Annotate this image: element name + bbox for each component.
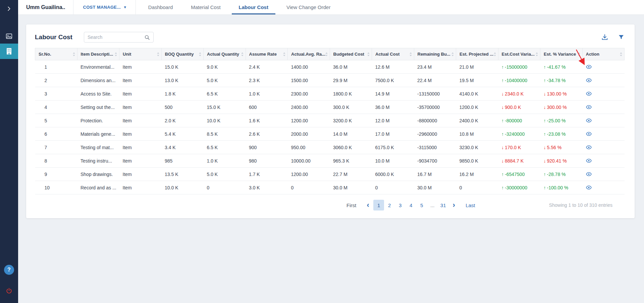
logout-button[interactable] bbox=[0, 284, 18, 298]
sort-icon[interactable] bbox=[241, 52, 244, 57]
pagination-page-3[interactable]: 3 bbox=[395, 200, 406, 210]
pagination-page-4[interactable]: 4 bbox=[406, 200, 416, 210]
pagination-first-button[interactable]: First bbox=[344, 200, 359, 210]
cell-actual-avg-rate: 2300.00 bbox=[288, 87, 330, 101]
trend-value: -10400000 bbox=[505, 78, 527, 83]
view-details-button[interactable] bbox=[586, 157, 592, 165]
pagination-page-5[interactable]: 5 bbox=[416, 200, 427, 210]
cell-actual-avg-rate: 950.00 bbox=[288, 141, 330, 154]
column-header[interactable]: Item Descripti... bbox=[77, 48, 119, 60]
sort-icon[interactable] bbox=[367, 52, 370, 57]
pagination-next-button[interactable]: › bbox=[448, 200, 459, 210]
sort-icon[interactable] bbox=[451, 52, 454, 57]
cell-assume-rate: 2.3 K bbox=[246, 74, 288, 87]
cell-est-pct-variance: ↓5.56 % bbox=[540, 141, 583, 154]
trend-arrow-icon: ↓ bbox=[544, 91, 546, 97]
sort-icon[interactable] bbox=[325, 52, 328, 57]
eye-icon bbox=[586, 104, 592, 110]
pagination-page-1[interactable]: 1 bbox=[373, 200, 384, 210]
column-label: Est. Projected ... bbox=[460, 52, 493, 57]
cell-actual-cost: 17.0 M bbox=[372, 127, 414, 141]
cell-action bbox=[582, 127, 625, 141]
help-button[interactable]: ? bbox=[4, 265, 14, 275]
cell-est-cost-variance: ↓8884.7 K bbox=[498, 154, 540, 168]
cell-actual-avg-rate: 2000.00 bbox=[288, 127, 330, 141]
sort-icon[interactable] bbox=[578, 52, 581, 57]
cell-sr-no: 9 bbox=[35, 168, 77, 181]
tab-labour-cost[interactable]: Labour Cost bbox=[230, 0, 277, 14]
sort-icon[interactable] bbox=[283, 52, 286, 57]
view-details-button[interactable] bbox=[586, 117, 592, 124]
view-details-button[interactable] bbox=[586, 90, 592, 98]
cell-budgeted-cost: 1800.0 K bbox=[330, 87, 372, 101]
column-header[interactable]: Est.Cost Varia... bbox=[498, 48, 540, 60]
column-label: Actual.Avg. Ra... bbox=[291, 52, 325, 57]
cell-boq-quantity: 13.0 K bbox=[161, 74, 204, 87]
cell-actual-cost: 36.0 M bbox=[372, 101, 414, 114]
cell-remaining-budget: 30.0 M bbox=[414, 181, 456, 194]
table-row: 1 Environmental... Item 15.0 K 9.0 K 2.4… bbox=[35, 60, 625, 74]
filter-button[interactable] bbox=[618, 34, 625, 41]
view-details-button[interactable] bbox=[586, 103, 592, 111]
sort-icon[interactable] bbox=[72, 52, 75, 57]
filter-funnel-icon bbox=[618, 34, 625, 41]
column-header[interactable]: Est. % Variance bbox=[540, 48, 583, 60]
sidebar-expand-button[interactable] bbox=[0, 1, 18, 16]
table-row: 4 Setting out the... Item 500 15.0 K 600… bbox=[35, 101, 625, 114]
column-header[interactable]: Budgeted Cost bbox=[330, 48, 372, 60]
sort-icon[interactable] bbox=[114, 52, 117, 57]
column-label: Budgeted Cost bbox=[333, 52, 364, 57]
table-row: 10 Record and as ... Item 10.0 K 0 3.0 K… bbox=[35, 181, 625, 194]
column-header[interactable]: Unit bbox=[119, 48, 162, 60]
tab-view-change-order[interactable]: View Change Order bbox=[277, 0, 339, 14]
column-header[interactable]: Assume Rate bbox=[246, 48, 288, 60]
view-details-button[interactable] bbox=[586, 130, 592, 138]
sort-icon[interactable] bbox=[535, 52, 538, 57]
column-header[interactable]: Actual.Avg. Ra... bbox=[288, 48, 330, 60]
cell-boq-quantity: 3.4 K bbox=[161, 141, 204, 154]
search-button[interactable] bbox=[144, 35, 150, 40]
column-header[interactable]: Sr.No. bbox=[35, 48, 77, 60]
tab-dashboard[interactable]: Dashboard bbox=[139, 0, 182, 14]
view-details-button[interactable] bbox=[586, 184, 592, 191]
column-header[interactable]: Actual Cost bbox=[372, 48, 414, 60]
view-details-button[interactable] bbox=[586, 170, 592, 178]
cell-unit: Item bbox=[119, 60, 162, 74]
view-details-button[interactable] bbox=[586, 76, 592, 84]
pagination-last-button[interactable]: Last bbox=[463, 200, 477, 210]
sort-icon[interactable] bbox=[157, 52, 160, 57]
cell-sr-no: 6 bbox=[35, 127, 77, 141]
sort-icon[interactable] bbox=[199, 52, 202, 57]
cell-sr-no: 2 bbox=[35, 74, 77, 87]
sidebar-item-media[interactable] bbox=[0, 29, 18, 44]
column-header[interactable]: Actual Quantity bbox=[204, 48, 246, 60]
trend-value: -25.00 % bbox=[547, 118, 566, 123]
project-name[interactable]: Umm Guailina.. bbox=[18, 0, 73, 14]
search-input[interactable] bbox=[88, 35, 144, 40]
column-header[interactable]: BOQ Quantity bbox=[161, 48, 204, 60]
column-header[interactable]: Remaining Bu... bbox=[414, 48, 456, 60]
download-button[interactable] bbox=[601, 34, 608, 41]
column-label: Sr.No. bbox=[39, 52, 51, 57]
sort-icon[interactable] bbox=[409, 52, 412, 57]
view-details-button[interactable] bbox=[586, 143, 592, 151]
pagination-prev-button[interactable]: ‹ bbox=[363, 200, 373, 210]
pagination-page-2[interactable]: 2 bbox=[384, 200, 395, 210]
column-label: Remaining Bu... bbox=[418, 52, 450, 57]
cell-est-pct-variance: ↑-41.67 % bbox=[540, 60, 583, 74]
tab-material-cost[interactable]: Material Cost bbox=[182, 0, 229, 14]
sort-icon[interactable] bbox=[620, 52, 623, 57]
cell-actual-cost: 7500.0 K bbox=[372, 74, 414, 87]
view-details-button[interactable] bbox=[586, 63, 592, 71]
cell-boq-quantity: 1.8 K bbox=[161, 87, 204, 101]
module-dropdown[interactable]: COST MANAGE... ▾ bbox=[73, 0, 136, 14]
pagination-page-31[interactable]: 31 bbox=[438, 200, 448, 210]
trend-arrow-icon: ↑ bbox=[501, 131, 504, 137]
column-header[interactable]: Action bbox=[582, 48, 625, 60]
sort-icon[interactable] bbox=[493, 52, 496, 57]
sidebar-item-projects[interactable] bbox=[0, 44, 18, 59]
cell-actual-cost: 6000.0 K bbox=[372, 168, 414, 181]
cell-est-pct-variance: ↑-34.78 % bbox=[540, 74, 583, 87]
trend-value: 170.0 K bbox=[505, 145, 521, 150]
column-header[interactable]: Est. Projected ... bbox=[456, 48, 498, 60]
